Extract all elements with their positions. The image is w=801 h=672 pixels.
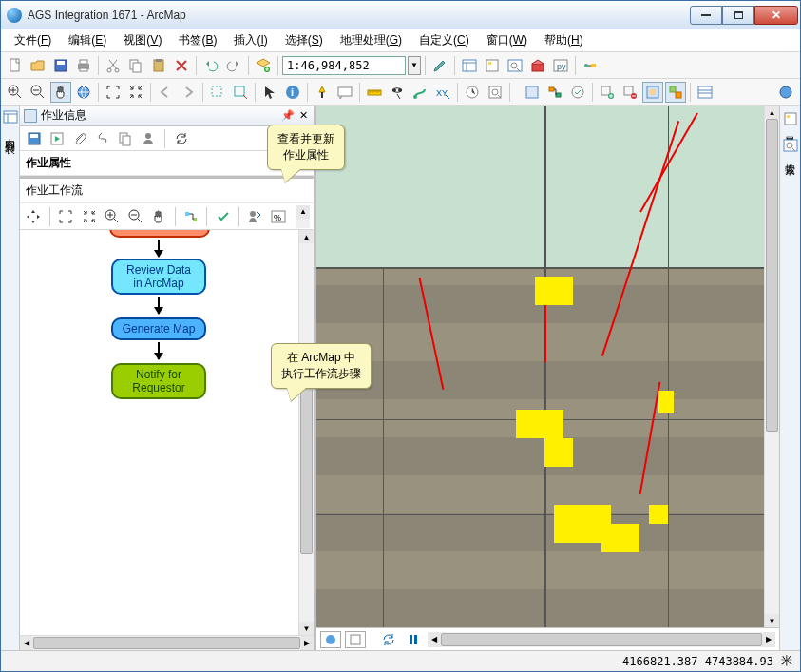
pin-icon[interactable]: 📌 [281,109,295,123]
find-route-icon[interactable] [410,82,430,103]
remove-aoi-icon[interactable] [620,82,640,103]
wf-check-icon[interactable] [213,206,233,227]
undo-icon[interactable] [200,55,221,76]
scroll-left-icon[interactable]: ◀ [20,636,33,650]
identify-icon[interactable]: i [282,82,303,103]
goto-xy-icon[interactable]: XY [432,82,453,103]
job-attach-icon[interactable] [71,130,88,147]
open-icon[interactable] [28,55,48,76]
right-tab-catalog[interactable]: 目录 [783,111,798,130]
wf-pan-icon[interactable] [24,206,44,227]
layout-view-tab[interactable] [345,631,366,648]
save-icon[interactable] [50,55,71,76]
modelbuilder-icon[interactable] [580,55,601,76]
map-canvas[interactable]: ▲▼ [316,106,779,627]
editor-toolbar-icon[interactable] [429,55,450,76]
job-map-icon[interactable] [665,82,686,103]
menu-edit[interactable]: 编辑(E) [61,29,114,51]
map-vscroll[interactable]: ▲▼ [764,106,779,627]
create-viewer-icon[interactable] [485,82,505,103]
menu-geoprocessing[interactable]: 地理处理(G) [333,29,410,51]
job-export-icon[interactable] [48,130,66,147]
close-panel-icon[interactable]: ✕ [296,109,310,123]
menu-insert[interactable]: 插入(I) [226,29,275,51]
job-refresh-icon[interactable] [173,130,190,147]
wf-percent-icon[interactable]: % [268,206,288,227]
scale-input[interactable] [282,56,406,75]
pan-icon[interactable] [50,82,71,103]
refresh-view-icon[interactable] [378,629,399,650]
fixed-zoom-in-icon[interactable] [103,82,124,103]
zoom-in-icon[interactable] [5,82,26,103]
hyperlink-icon[interactable] [312,82,333,103]
catalog-icon[interactable] [482,55,503,76]
right-tab-search[interactable]: 搜索 [783,138,798,157]
menu-window[interactable]: 窗口(W) [479,29,535,51]
wf-node-generate[interactable]: Generate Map [111,317,206,340]
select-elements-icon[interactable] [259,82,280,103]
menu-select[interactable]: 选择(S) [277,29,331,51]
job-user-icon[interactable] [140,130,157,147]
html-popup-icon[interactable] [334,82,355,103]
workflow-canvas[interactable]: Review Data in ArcMap Generate Map Notif… [20,230,314,635]
wf-assign-icon[interactable] [245,206,265,227]
wf-zoom-out-icon[interactable] [125,206,145,227]
wf-fit-icon[interactable] [56,206,76,227]
delete-icon[interactable] [171,55,192,76]
python-window-icon[interactable]: py [550,55,571,76]
wmx-icon-1[interactable] [522,82,543,103]
wf-node-review[interactable]: Review Data in ArcMap [111,259,206,295]
zoom-out-icon[interactable] [28,82,48,103]
wf-zoom-in-icon[interactable] [103,206,123,227]
select-features-icon[interactable] [207,82,228,103]
menu-help[interactable]: 帮助(H) [537,29,591,51]
wf-node-notify[interactable]: Notify for Requestor [111,363,206,399]
find-icon[interactable] [387,82,408,103]
wf-toolbar-scroll[interactable]: ▲ [296,205,310,228]
add-data-icon[interactable] [253,55,274,76]
clear-selection-icon[interactable] [230,82,251,103]
wf-execute-icon[interactable] [181,206,201,227]
wf-node-prev[interactable] [109,230,210,238]
zoom-to-aoi-icon[interactable] [642,82,663,103]
job-copy-icon[interactable] [117,130,134,147]
fixed-zoom-out-icon[interactable] [125,82,146,103]
job-list-icon[interactable] [695,82,715,103]
wmx-icon-3[interactable] [567,82,588,103]
scroll-up-icon[interactable]: ▲ [299,176,314,179]
wf-hscroll[interactable]: ◀ ▶ [20,635,314,650]
left-tab-toc[interactable]: 内容列表 [1,106,20,650]
menu-file[interactable]: 文件(F) [7,29,59,51]
wmx-icon-2[interactable] [544,82,565,103]
add-aoi-icon[interactable] [597,82,618,103]
time-slider-icon[interactable] [462,82,483,103]
wf-scrollbar[interactable]: ▲▼ [298,230,314,635]
scale-dropdown-icon[interactable]: ▼ [408,56,421,75]
copy-icon[interactable] [125,55,146,76]
arccatalog-icon[interactable] [775,82,796,103]
pause-draw-icon[interactable] [403,629,424,650]
close-button[interactable]: ✕ [754,6,798,25]
menu-view[interactable]: 视图(V) [116,29,169,51]
job-link-icon[interactable] [94,130,111,147]
search-window-icon[interactable] [505,55,525,76]
new-document-icon[interactable] [5,55,26,76]
minimize-button[interactable] [690,6,722,25]
cut-icon[interactable] [103,55,124,76]
full-extent-icon[interactable] [73,82,94,103]
paste-icon[interactable] [148,55,169,76]
prev-extent-icon[interactable] [155,82,176,103]
print-icon[interactable] [73,55,94,76]
menu-customize[interactable]: 自定义(C) [411,29,477,51]
hscroll-thumb[interactable] [33,637,300,649]
wf-actual-icon[interactable] [79,206,99,227]
maximize-button[interactable] [722,6,754,25]
job-save-icon[interactable] [26,130,43,147]
arctoolbox-icon[interactable] [527,55,548,76]
data-view-tab[interactable] [320,631,341,648]
next-extent-icon[interactable] [178,82,199,103]
toc-icon[interactable] [459,55,480,76]
redo-icon[interactable] [223,55,244,76]
scroll-right-icon[interactable]: ▶ [300,636,314,650]
wf-pan-hand-icon[interactable] [149,206,169,227]
